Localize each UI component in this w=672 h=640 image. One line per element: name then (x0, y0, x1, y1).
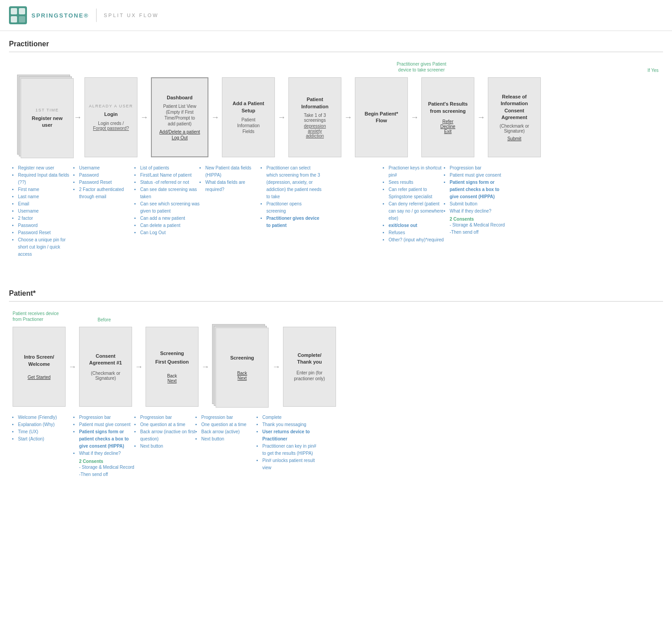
pat-note-comp-3: User returns device to Practitioner (262, 428, 318, 443)
pat-note-s-2: One question at a time (201, 421, 257, 428)
arrow-6-7: → (408, 113, 421, 122)
prac-dashboard-title: Dashboard (167, 94, 192, 101)
notes-add-patient: New Patient data fields (HIPPA) What dat… (200, 164, 261, 193)
brand-name: SPRINGSTONE® (31, 12, 89, 19)
pat-complete-subtitle: Enter pin (forpractioner only) (294, 370, 325, 382)
prac-add-patient-card: Add a PatientSetup PatientInformationFie… (222, 77, 275, 157)
prac-login-title: Login (104, 111, 118, 118)
pat-consent-card: ConsentAgreement #1 (Checkmark orSignatu… (79, 327, 132, 407)
prac-forgot-password-link[interactable]: Forgot password? (93, 126, 129, 131)
prac-login-label: ALREADY A USER (89, 104, 133, 108)
pat-note-consent-1: Progression bar (79, 414, 135, 421)
if-yes-label: If Yes (648, 68, 659, 73)
note-register-10: Choose a unique pin for short cut login … (18, 236, 74, 258)
note-res-5: exit/close out (389, 222, 444, 229)
prac-decline-link[interactable]: Decline (440, 124, 455, 129)
arrow-7-8: → (474, 113, 488, 122)
arrow-4-5: → (275, 113, 288, 122)
pat-note-consent-storage: - Storage & Medical Record-Then send off (79, 464, 135, 478)
pat-intro-title: Intro Screen/Welcome (24, 354, 54, 368)
patient-section: Patient* Patient receives devicefrom Pra… (0, 280, 672, 492)
pat-consent-title: ConsentAgreement #1 (89, 353, 122, 367)
svg-rect-1 (11, 8, 17, 14)
pat-note-intro-2: Explanation (Why) (18, 421, 74, 428)
pat-note-consent-consents: 2 Consents (79, 459, 135, 464)
prac-results-links: Refer Decline Exit (440, 119, 455, 134)
note-addpat-1: New Patient data fields (HIPPA) (205, 164, 261, 179)
pat-screening-next[interactable]: Next (237, 376, 247, 381)
pat-intro-card: Intro Screen/Welcome Get Started (13, 327, 66, 407)
pat-note-intro-1: Welcome (Friendly) (18, 414, 74, 421)
prac-logout-link[interactable]: Log Out (172, 135, 188, 140)
prac-add-patient-subtitle: PatientInformationFields (237, 117, 260, 134)
prac-patient-info-subtitle: Take 1 of 3screenings (304, 113, 326, 123)
note-register-4: Last name (18, 193, 74, 200)
note-dash-6: Can add a new patient (140, 215, 200, 222)
header: SPRINGSTONE® SPLIT UX FLOW (0, 0, 672, 31)
practitioner-section: Practitioner Practitioner gives Patientd… (0, 31, 672, 271)
pat-get-started-link[interactable]: Get Started (27, 375, 50, 380)
prac-add-delete-link[interactable]: Add/Delete a patient (159, 129, 200, 134)
note-res-1: Practioner keys in shortcut pin# (389, 164, 444, 179)
pat-screening-card: Screening Back Next (216, 328, 269, 408)
pat-screening-back[interactable]: Back (237, 371, 247, 376)
pat-note-s-4: Next button (201, 436, 257, 443)
prac-refer-link[interactable]: Refer (440, 119, 455, 124)
prac-release-subtitle: (Checkmark orSignature) (500, 124, 529, 133)
note-register-6: Username (18, 208, 74, 215)
prac-depression-link[interactable]: depression (304, 124, 326, 129)
prac-login-creds: Login creds / (98, 121, 124, 126)
pat-note-s-3: Back arrow (active) (201, 428, 257, 436)
pat-note-s-1: Progression bar (201, 414, 257, 421)
patient-flow-row: Intro Screen/Welcome Get Started → Conse… (9, 324, 663, 409)
pat-sf-next[interactable]: Next (167, 378, 177, 383)
note-dash-1: List of patients (140, 164, 200, 172)
pat-notes-screening-first: Progression bar One question at a time B… (135, 414, 196, 450)
note-res-2: Sees results (389, 179, 444, 186)
prac-step-login: ALREADY A USER Login Login creds / Forgo… (84, 77, 137, 157)
pat-sf-back: Back (167, 373, 177, 378)
prac-patient-info-title: PatientInformation (301, 96, 329, 110)
svg-rect-3 (11, 16, 17, 22)
note-rel-3: Patient signs form or patient checks a b… (450, 179, 505, 200)
note-rel-consents-label: 2 Consents (450, 217, 505, 222)
patient-receives-device-label: Patient receives devicefrom Practioner (13, 311, 59, 322)
prac-step-add-patient: Add a PatientSetup PatientInformationFie… (222, 77, 275, 157)
svg-rect-2 (19, 8, 25, 14)
note-login-2: Password (79, 172, 135, 179)
prac-anxiety-link[interactable]: anxiety (308, 129, 322, 133)
note-rel-2: Patient must give consent (450, 172, 505, 179)
pat-note-sf-3: Back arrow (inactive on first question) (140, 428, 196, 443)
pat-screening-title: Screening (230, 355, 254, 361)
flow-title: SPLIT UX FLOW (104, 13, 159, 18)
pat-notes-intro: Welcome (Friendly) Explanation (Why) Tim… (13, 414, 74, 443)
prac-login-card: ALREADY A USER Login Login creds / Forgo… (84, 77, 137, 157)
pat-notes-screening: Progression bar One question at a time B… (196, 414, 257, 443)
pat-note-consent-2: Patient must give consent (79, 421, 135, 428)
note-dash-8: Can Log Out (140, 229, 200, 236)
header-divider (96, 9, 97, 22)
pat-step-intro: Intro Screen/Welcome Get Started (13, 327, 66, 407)
prac-dashboard-card: Dashboard Patient List View(Empty if Fir… (151, 77, 208, 157)
prac-begin-patient-title: Begin Patient*Flow (365, 111, 398, 124)
note-res-6: Refuses (389, 229, 444, 236)
note-login-4: 2 Factor authenticated through email (79, 186, 135, 200)
prac-exit-link[interactable]: Exit (440, 129, 455, 134)
pat-step-consent: ConsentAgreement #1 (Checkmark orSignatu… (79, 327, 132, 407)
note-dash-2: First/Last Name of patient (140, 172, 200, 179)
practitioner-gives-device-label: Practitioner gives Patientdevice to take… (397, 61, 447, 73)
pat-screening-first-links: Back Next (167, 373, 177, 383)
prac-step-patient-info: PatientInformation Take 1 of 3screenings… (288, 77, 341, 157)
note-register-8: Password (18, 222, 74, 229)
arrow-5-6: → (341, 113, 355, 122)
note-dash-4: Can see date screening was taken (140, 186, 200, 200)
prac-step-register: 1ST TIME Register newuser (13, 75, 71, 160)
practitioner-title: Practitioner (9, 40, 663, 48)
note-register-5: Email (18, 200, 74, 208)
pat-step-screening: Screening Back Next (212, 324, 270, 409)
arrow-3-4: → (208, 113, 222, 122)
prac-submit-link[interactable]: Submit (507, 136, 521, 141)
prac-addiction-link[interactable]: addiction (306, 133, 324, 138)
pat-arrow-3-4: → (199, 362, 212, 372)
prac-register-card: 1ST TIME Register newuser (21, 78, 74, 158)
